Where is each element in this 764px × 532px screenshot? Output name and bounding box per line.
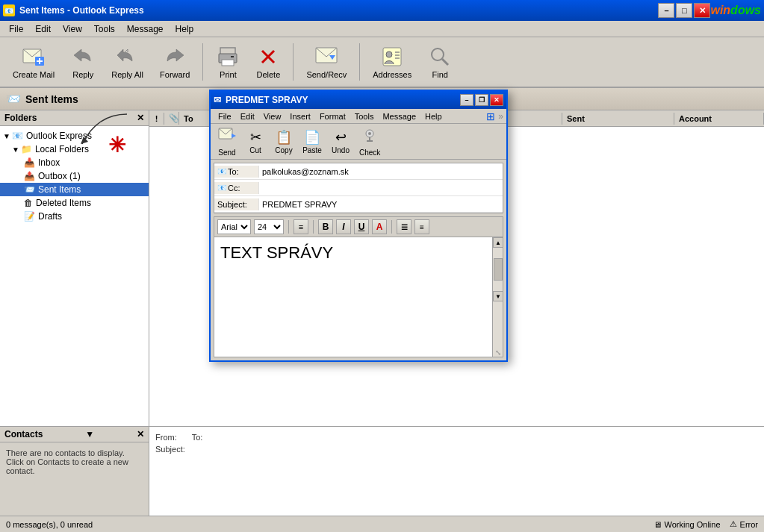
preview-from-label: From: [155,433,177,442]
compose-undo-label: Undo [332,146,350,154]
compose-copy-button[interactable]: 📋 Copy [270,127,297,157]
compose-cut-button[interactable]: ✂ Cut [242,127,269,157]
preview-pane: From: To: Subject: [149,426,764,516]
forward-icon [163,45,187,69]
col-priority[interactable]: ! [149,113,164,125]
error-status: ⚠ Error [730,519,758,529]
compose-windows-logo: ⊞ [486,110,495,122]
compose-body-text[interactable]: TEXT SPRÁVY [214,237,503,357]
addresses-button[interactable]: Addresses [366,41,418,83]
compose-subject-field: Subject: [214,196,503,213]
forward-button[interactable]: Forward [153,41,196,83]
svg-point-13 [386,51,392,57]
main-toolbar: Create Mail Reply Reply All Forward [0,37,764,88]
toolbar-separator-1 [202,43,203,81]
compose-subject-label: Subject: [214,198,259,210]
sidebar-item-sent-items[interactable]: 📨 Sent Items [0,183,149,196]
compose-send-button[interactable]: Send [214,124,240,159]
compose-cc-field: 📧 Cc: [214,180,503,196]
fmt-separator-3 [391,220,392,234]
sidebar-item-drafts[interactable]: 📝 Drafts [0,210,149,223]
computer-icon: 🖥 [653,520,662,529]
compose-unordered-list-button[interactable]: ☰ [397,219,411,234]
contacts-dropdown-icon[interactable]: ▼ [85,429,94,439]
sidebar-item-deleted-items[interactable]: 🗑 Deleted Items [0,196,149,210]
svg-rect-6 [222,60,234,66]
compose-to-input[interactable] [259,166,503,178]
sidebar-item-outbox[interactable]: 📤 Outbox (1) [0,169,149,183]
compose-scrollbar[interactable]: ▲ ▼ [492,237,503,357]
col-account[interactable]: Account [674,113,764,125]
col-attach[interactable]: 📎 [164,112,179,125]
compose-undo-button[interactable]: ↩ Undo [327,127,354,157]
menu-tools[interactable]: Tools [88,22,121,36]
scrollbar-thumb[interactable] [494,258,503,281]
send-recv-label: Send/Recv [306,70,347,79]
reply-label: Reply [72,70,93,79]
compose-paste-button[interactable]: 📄 Paste [299,127,326,157]
menu-help[interactable]: Help [170,22,200,36]
close-button[interactable]: ✕ [694,3,710,18]
compose-menu-edit[interactable]: Edit [236,110,259,122]
compose-menu-tools[interactable]: Tools [350,110,379,122]
find-label: Find [432,70,447,79]
contacts-close-button[interactable]: ✕ [137,429,144,439]
app-icon: 📧 [3,4,15,16]
sent-items-label: Sent Items [38,184,81,195]
compose-cut-label: Cut [249,146,261,154]
compose-subject-input[interactable] [259,198,503,210]
compose-menu-view[interactable]: View [259,110,286,122]
compose-menu-message[interactable]: Message [378,110,420,122]
compose-ordered-list-button[interactable]: ≡ [414,219,429,234]
compose-cc-icon: 📧 [217,184,226,192]
compose-menu-bar: File Edit View Insert Format Tools Messa… [211,109,506,124]
compose-menu-insert[interactable]: Insert [285,110,315,122]
folder-header-icon: 📨 [6,92,21,106]
create-mail-button[interactable]: Create Mail [6,41,61,83]
sidebar-item-inbox[interactable]: 📥 Inbox [0,156,149,169]
menu-edit[interactable]: Edit [29,22,57,36]
compose-menu-format[interactable]: Format [315,110,350,122]
drafts-icon: 📝 [24,211,35,222]
toolbar-separator-3 [359,43,360,81]
compose-restore-button[interactable]: ❐ [475,94,488,106]
reply-all-button[interactable]: Reply All [105,41,150,83]
send-recv-button[interactable]: Send/Recv [299,41,353,83]
compose-font-size-select[interactable]: 24 [254,219,284,234]
tree-toggle-local-folders[interactable]: ▼ [12,145,19,154]
compose-resize-handle[interactable]: ⤡ [494,348,503,357]
compose-menu-file[interactable]: File [214,110,236,122]
folder-tree: ▼ 📧 Outlook Express ▼ 📁 Local Folders 📥 … [0,126,149,426]
svg-line-18 [442,59,448,65]
compose-menu-help[interactable]: Help [420,110,447,122]
compose-copy-label: Copy [275,146,292,154]
delete-button[interactable]: Delete [249,41,287,83]
print-button[interactable]: Print [209,41,246,83]
addresses-label: Addresses [373,70,411,79]
compose-font-color-button[interactable]: A [372,219,387,234]
find-button[interactable]: Find [421,41,459,83]
compose-close-button[interactable]: ✕ [490,94,503,106]
col-sent[interactable]: Sent [562,113,674,125]
compose-align-left-button[interactable]: ≡ [294,219,308,234]
compose-font-select[interactable]: Arial [217,219,251,234]
menu-message[interactable]: Message [121,22,170,36]
svg-marker-19 [81,137,88,144]
menu-view[interactable]: View [57,22,88,36]
minimize-button[interactable]: – [658,3,674,18]
delete-label: Delete [256,70,280,79]
maximize-button[interactable]: □ [676,3,692,18]
compose-italic-button[interactable]: I [336,219,351,234]
svg-point-25 [368,132,371,135]
compose-minimize-button[interactable]: – [460,94,473,106]
compose-cc-input[interactable] [259,182,503,194]
scrollbar-down-arrow[interactable]: ▼ [493,291,503,301]
menu-file[interactable]: File [3,22,29,36]
reply-button[interactable]: Reply [64,41,102,83]
compose-expand-button[interactable]: » [498,111,503,122]
compose-check-button[interactable]: Check [355,124,384,159]
tree-toggle-outlook-express[interactable]: ▼ [3,132,10,140]
compose-underline-button[interactable]: U [354,219,369,234]
scrollbar-up-arrow[interactable]: ▲ [493,237,503,248]
compose-bold-button[interactable]: B [318,219,333,234]
